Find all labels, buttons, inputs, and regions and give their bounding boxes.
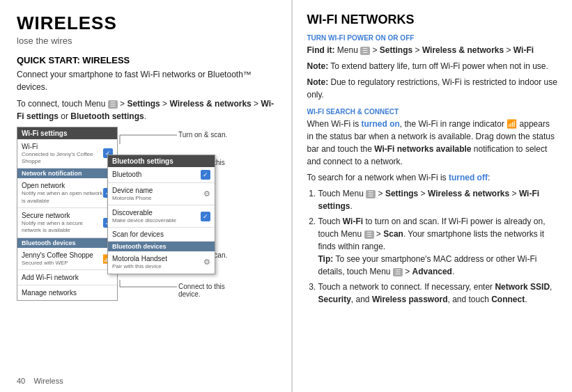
- page-number: 40: [17, 377, 25, 385]
- bluetooth-settings-panel: Bluetooth settings Bluetooth ✓ Device na…: [107, 155, 215, 274]
- discoverable-row[interactable]: Discoverable Make device discoverable ✓: [108, 205, 215, 228]
- wifi-row[interactable]: Wi-Fi Connected to Jenny's Coffee Shoppe…: [17, 139, 117, 169]
- bluetooth-row[interactable]: Bluetooth ✓: [108, 167, 215, 183]
- add-wifi-row[interactable]: Add Wi-Fi network: [17, 270, 117, 285]
- turn-on-off-heading: TURN WI-FI POWER ON OR OFF: [307, 34, 558, 42]
- page-footer: 40 Wireless: [17, 377, 63, 385]
- bluetooth-checkbox[interactable]: ✓: [201, 170, 210, 180]
- search-offline-intro: To search for a network when Wi-Fi is tu…: [307, 171, 558, 184]
- wifi-settings-panel: Wi-Fi settings Wi-Fi Connected to Jenny'…: [17, 127, 118, 301]
- step-2: Touch Wi-Fi to turn on and scan. If Wi-F…: [318, 215, 558, 278]
- search-connect-heading: WI-FI SEARCH & CONNECT: [307, 108, 558, 116]
- jennys-row[interactable]: Jenny's Coffee Shoppe Secured with WEP 📶: [17, 248, 117, 270]
- scan-for-devices-row[interactable]: Scan for devices: [108, 228, 215, 242]
- tip-label: Tip:: [318, 254, 333, 264]
- menu-icon-step2: ☰: [364, 230, 374, 239]
- callout-connect-device: Connect to this device.: [178, 283, 233, 298]
- device-name-row[interactable]: Device name Motorola Phone ⚙: [108, 183, 215, 205]
- menu-icon-tip: ☰: [393, 268, 403, 276]
- open-network-sub: Notify me when an open network is availa…: [22, 190, 103, 205]
- open-network-row[interactable]: Open network Notify me when an open netw…: [17, 178, 117, 208]
- wifi-sub: Connected to Jenny's Coffee Shoppe: [22, 151, 103, 166]
- manage-networks-label: Manage networks: [22, 288, 77, 297]
- device-name-label: Device name: [112, 186, 153, 195]
- right-title: WI-FI NETWORKS: [307, 13, 558, 27]
- page-label: Wireless: [33, 377, 63, 385]
- discoverable-checkbox[interactable]: ✓: [201, 212, 210, 221]
- note1-label: Note:: [307, 61, 328, 71]
- callout-turn-on-scan-top: Turn on & scan.: [178, 131, 227, 139]
- main-title: WIRELESS: [17, 13, 277, 34]
- settings-gear-icon: ⚙: [203, 189, 210, 198]
- network-notification-header: Network notification: [17, 168, 117, 178]
- steps-list: Touch Menu ☰ > Settings > Wireless & net…: [307, 187, 558, 306]
- note2-text: Due to regulatory restrictions, Wi-Fi is…: [307, 77, 557, 100]
- menu-icon-step1: ☰: [366, 190, 376, 198]
- intro-text: Connect your smartphone to fast Wi-Fi ne…: [17, 68, 277, 93]
- wifi-label: Wi-Fi: [22, 142, 103, 151]
- menu-icon-right: ☰: [360, 47, 370, 55]
- quick-start-heading: QUICK START: WIRELESS: [17, 55, 277, 65]
- jennys-sub: Secured with WEP: [22, 260, 93, 267]
- discoverable-sub: Make device discoverable: [112, 217, 176, 224]
- secure-network-row[interactable]: Secure network Notify me when a secure n…: [17, 208, 117, 238]
- secure-network-label: Secure network: [22, 211, 103, 220]
- find-it-text: Find it: Menu ☰ > Settings > Wireless & …: [307, 44, 558, 56]
- subtitle: lose the wires: [17, 34, 277, 48]
- step-3: Touch a network to connect. If necessary…: [318, 281, 558, 306]
- device-name-sub: Motorola Phone: [112, 195, 153, 202]
- motorola-sub: Pair with this device: [112, 263, 167, 270]
- left-column: WIRELESS lose the wires QUICK START: WIR…: [0, 0, 292, 392]
- discoverable-label: Discoverable: [112, 208, 176, 217]
- note1: Note: To extend battery life, turn off W…: [307, 60, 558, 72]
- step-1: Touch Menu ☰ > Settings > Wireless & net…: [318, 187, 558, 212]
- jennys-label: Jenny's Coffee Shoppe: [22, 251, 93, 260]
- find-it-label: Find it:: [307, 45, 334, 55]
- search-connect-intro: When Wi-Fi is turned on, the Wi-Fi in ra…: [307, 118, 558, 168]
- panel-mockup: Turn on & scan. Connect to this network.…: [17, 127, 233, 308]
- bluetooth-label: Bluetooth: [112, 170, 141, 179]
- open-network-label: Open network: [22, 181, 103, 190]
- bt-devices-header: Bluetooth devices: [17, 238, 117, 248]
- note2: Note: Due to regulatory restrictions, Wi…: [307, 76, 558, 101]
- motorola-label: Motorola Handset: [112, 254, 167, 263]
- bt-device-icon: ⚙: [203, 258, 210, 267]
- bt-panel-header: Bluetooth settings: [108, 155, 215, 167]
- manage-networks-row[interactable]: Manage networks: [17, 285, 117, 300]
- motorola-handset-row[interactable]: Motorola Handset Pair with this device ⚙: [108, 251, 215, 273]
- add-wifi-label: Add Wi-Fi network: [22, 273, 79, 282]
- wifi-panel-header: Wi-Fi settings: [17, 127, 117, 139]
- note1-text: To extend battery life, turn off Wi-Fi p…: [330, 61, 548, 71]
- note2-label: Note:: [307, 77, 328, 87]
- menu-icon: ☰: [108, 100, 118, 109]
- bt-devices-section-header: Bluetooth devices: [108, 242, 215, 251]
- instruction: To connect, touch Menu ☰ > Settings > Wi…: [17, 97, 277, 123]
- secure-network-sub: Notify me when a secure network is avail…: [22, 220, 103, 235]
- right-column: WI-FI NETWORKS TURN WI-FI POWER ON OR OF…: [293, 0, 572, 392]
